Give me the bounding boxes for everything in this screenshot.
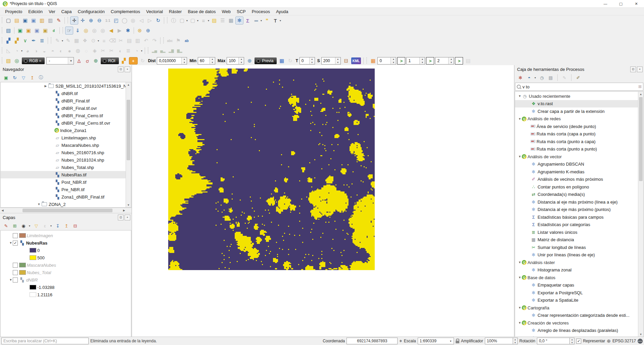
menu-edicion[interactable]: Edición bbox=[25, 8, 46, 15]
toolbar-grip[interactable] bbox=[67, 17, 69, 24]
filter-by-expression-dropdown-caret[interactable]: ▼ bbox=[50, 225, 52, 227]
expander-icon[interactable]: ▼ bbox=[518, 306, 522, 309]
layer-nubesras[interactable]: ▼✓ ▚NubesRas bbox=[1, 239, 131, 247]
open-layer-styling[interactable]: ✎ bbox=[3, 222, 9, 229]
toolbox-item-analisis-de-vecinos-mas-proximos[interactable]: ✐Análisis de vecinos más próximos bbox=[515, 176, 638, 183]
toolbox-item-empaquetar-capas[interactable]: ✻Empaquetar capas bbox=[515, 282, 638, 289]
grass-region[interactable]: ⊛ bbox=[136, 27, 144, 35]
scp-band-0-spinner[interactable]: ▲▼ bbox=[390, 57, 396, 64]
scp-run-1[interactable]: > bbox=[426, 57, 434, 64]
scp-delete-signature[interactable]: ⊟ bbox=[342, 57, 350, 65]
layer-1-03288[interactable]: -1.03288 bbox=[1, 284, 131, 291]
menu-scp[interactable]: SCP bbox=[234, 8, 249, 15]
menu-vectorial[interactable]: Vectorial bbox=[143, 8, 166, 15]
expander-icon[interactable]: ▼ bbox=[9, 278, 13, 282]
save-project[interactable]: ▣ bbox=[21, 16, 29, 25]
toolbox-item-coordenada-s-media-s[interactable]: ⇄Coordenada(s) media(s) bbox=[515, 191, 638, 199]
menu-configuracion[interactable]: Configuración bbox=[75, 8, 108, 15]
scroll-down-arrow[interactable]: ▼ bbox=[638, 332, 643, 337]
locator-input[interactable]: Escriba para localizar (Ctrl+K) bbox=[1, 338, 89, 344]
pan-map[interactable]: ✛ bbox=[70, 16, 78, 25]
toolbar-grip[interactable] bbox=[163, 37, 165, 44]
legend-class-swatch[interactable] bbox=[30, 248, 36, 253]
browser-item-dnbr-final-tif-ovr[interactable]: ▚dNBR_Final.tif.ovr bbox=[1, 104, 126, 112]
clear-search-icon[interactable]: ⊠ bbox=[638, 84, 642, 89]
layer-checkbox[interactable] bbox=[13, 277, 18, 283]
minimize-button[interactable]: — bbox=[598, 0, 613, 7]
layout-manager[interactable]: ▥ bbox=[46, 16, 54, 25]
menu-ayuda[interactable]: Ayuda bbox=[273, 8, 291, 15]
toolbox-float-button[interactable]: ⊡ bbox=[630, 67, 636, 72]
expander-icon[interactable]: ▼ bbox=[518, 321, 522, 325]
measure-line[interactable]: ═ bbox=[252, 16, 260, 25]
results-viewer[interactable]: ▤ bbox=[547, 74, 554, 81]
scp-run-0[interactable]: > bbox=[397, 57, 405, 64]
browser-item-dnbr-final-cerro-tif-ovr[interactable]: ▚dNBR_Final_Cerro.tif.ovr bbox=[1, 119, 126, 127]
expander-icon[interactable]: ▼ bbox=[518, 276, 522, 279]
collapse-all[interactable]: ↥ bbox=[29, 74, 36, 81]
metasearch[interactable]: ⊕ bbox=[144, 27, 152, 35]
legend-class-swatch[interactable] bbox=[30, 292, 36, 297]
raster-layer-nubesras[interactable] bbox=[168, 69, 375, 270]
scp-size[interactable]: 200▲▼ bbox=[321, 57, 341, 64]
open-project[interactable]: ▤ bbox=[13, 16, 21, 25]
save-project-as[interactable]: ▣ bbox=[30, 16, 38, 25]
toolbox-item-area-de-servicio-desde-punto[interactable]: Área de servicio (desde punto) bbox=[515, 123, 638, 130]
new-grass-vector[interactable]: ∨ bbox=[21, 37, 29, 45]
toolbox-item-ruta-mas-corta-punto-a-punto[interactable]: Ruta más corta (punto a punto) bbox=[515, 145, 638, 153]
toolbar-grip[interactable] bbox=[1, 57, 3, 64]
browser-item-dnbr-final-cerro-tif[interactable]: ▚dNBR_Final_Cerro.tif bbox=[1, 112, 126, 119]
toolbox-item-listar-valores-unicos[interactable]: ≣Listar valores únicos bbox=[515, 228, 638, 236]
layer-dnbr[interactable]: ▼ ▚dNBR bbox=[1, 276, 131, 284]
layer-checkbox[interactable] bbox=[13, 233, 18, 238]
properties-widget[interactable]: ⓘ bbox=[38, 74, 44, 81]
toolbar-grip[interactable] bbox=[1, 37, 3, 44]
toolbar-grip[interactable] bbox=[50, 37, 52, 44]
magnifier-spinner[interactable]: ▲▼ bbox=[513, 338, 518, 344]
menu-raster[interactable]: Ráster bbox=[166, 8, 185, 15]
scp-rgb-combo-arrow-icon[interactable]: ▼ bbox=[68, 57, 74, 64]
menu-proyecto[interactable]: Proyecto bbox=[2, 8, 25, 15]
toolbar-grip[interactable] bbox=[1, 47, 3, 54]
toolbox-item-creacion-de-vectores[interactable]: ▼QCreación de vectores bbox=[515, 319, 638, 327]
scp-max[interactable]: 100▲▼ bbox=[227, 57, 244, 64]
toolbox-item-agrupamiento-k-medias[interactable]: ✻Agrupamiento K-medias bbox=[515, 168, 638, 176]
toolbox-item-analisis-raster[interactable]: ▼QAnálisis ráster bbox=[515, 259, 638, 266]
messages-button[interactable]: ••• bbox=[638, 339, 643, 344]
map-canvas[interactable] bbox=[132, 65, 514, 337]
toolbar-grip[interactable] bbox=[62, 27, 64, 34]
browser-item-s2b-msil1c-20181024t153619-n0[interactable]: ▶S2B_MSIL1C_20181024T153619_N0 bbox=[1, 82, 126, 90]
toolbox-item-exportar-a-postgresql[interactable]: ✻Exportar a PostgreSQL bbox=[515, 289, 638, 297]
scp-transparency-spinner[interactable]: ▲▼ bbox=[309, 57, 315, 64]
expander-icon[interactable]: ▼ bbox=[518, 94, 522, 98]
collapse-all-layers[interactable]: ↥ bbox=[63, 222, 70, 229]
multiedit-tool[interactable]: ≣ bbox=[38, 37, 46, 45]
layers-close-button[interactable]: × bbox=[125, 215, 130, 220]
python-console-dropdown-caret[interactable]: ▼ bbox=[534, 77, 537, 79]
statistical-summary[interactable]: ▦ bbox=[227, 16, 235, 25]
toolbox-item-exportar-a-spatialite[interactable]: ✻Exportar a SpatiaLite bbox=[515, 297, 638, 304]
toolbox-item-unir-por-lineas-lineas-de-eje[interactable]: ✻Unir por líneas (líneas de eje) bbox=[515, 251, 638, 259]
toolbar-grip[interactable] bbox=[1, 27, 3, 34]
scp-rgb-zoom[interactable]: ◎ bbox=[13, 57, 21, 65]
toolbar-grip[interactable] bbox=[147, 47, 149, 54]
toolbox-item-ruta-mas-corta-punto-a-capa[interactable]: Ruta más corta (punto a capa) bbox=[515, 138, 638, 145]
new-map-annotation[interactable]: ▨ bbox=[210, 16, 218, 25]
browser-close-button[interactable]: × bbox=[125, 67, 130, 72]
toolbox-vertical-scrollbar[interactable]: ▲ ▼ bbox=[638, 92, 643, 337]
browser-item-nubes-total-shp[interactable]: ▱Nubes_Total.shp bbox=[1, 164, 126, 171]
scp-band-1[interactable]: 1▲▼ bbox=[406, 57, 425, 64]
manage-map-themes[interactable]: ◉ bbox=[20, 222, 27, 229]
datasource-manager[interactable]: ▧ bbox=[4, 27, 12, 35]
statistics-panel[interactable]: Σ bbox=[244, 16, 252, 25]
expand-all[interactable]: ↧ bbox=[54, 222, 61, 229]
refresh-browser[interactable]: ↻ bbox=[11, 74, 18, 81]
scp-grid[interactable]: ▦ bbox=[369, 57, 377, 65]
toolbox-item-cartografia[interactable]: ▼QCartografía bbox=[515, 304, 638, 312]
toolbox-item-distancia-al-eje-mas-proximo-linea-a-eje[interactable]: ✻Distancia al eje más próximo (línea a e… bbox=[515, 198, 638, 206]
menu-ver[interactable]: Ver bbox=[46, 8, 58, 15]
toolbox-item-v-to-rast[interactable]: ❖v.to.rast bbox=[515, 100, 638, 108]
grass-tools[interactable]: ▞ bbox=[13, 37, 21, 45]
browser-item-dnbr-final-tif[interactable]: ▚dNBR_Final.tif bbox=[1, 97, 126, 104]
toolbox-item-analisis-de-vector[interactable]: ▼QAnálisis de vector bbox=[515, 153, 638, 161]
